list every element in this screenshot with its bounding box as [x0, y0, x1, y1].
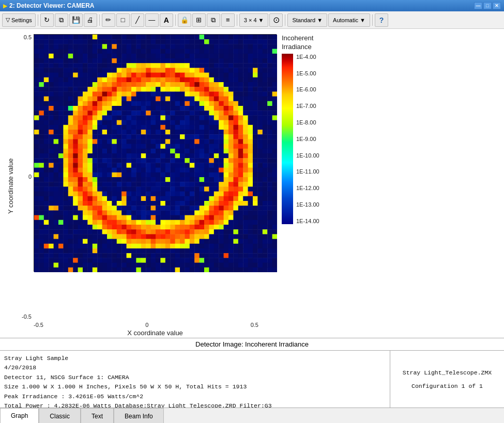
colorbar-label: 1E-4.00: [296, 54, 319, 60]
colorbar-labels: 1E-4.001E-5.001E-6.001E-7.001E-8.001E-9.…: [296, 54, 319, 224]
y-tick-labels: 0.5 0 -0.5: [16, 34, 34, 321]
x-tick-neg0.5: -0.5: [34, 322, 43, 328]
info-line: Size 1.000 W X 1.000 H Inches, Pixels 50…: [4, 382, 386, 391]
lock-button[interactable]: 🔒: [178, 13, 191, 27]
settings-button[interactable]: ▽ Settings: [2, 13, 36, 27]
text-tool-button[interactable]: A: [160, 13, 173, 27]
colorbar-title: Incoherent Irradiance: [282, 34, 313, 52]
colorbar-title-line1: Incoherent: [282, 34, 313, 42]
toolbar-separator-6: [372, 14, 373, 26]
toolbar-separator-1: [38, 14, 38, 26]
refresh-button[interactable]: ↻: [40, 13, 54, 27]
x-tick-labels: -0.5 0 0.5: [16, 321, 258, 328]
minimize-button[interactable]: —: [474, 2, 482, 9]
plot-top-row: 0.5 0 -0.5: [16, 34, 499, 321]
x-tick-0: 0: [145, 322, 148, 328]
colorbar-gradient: [282, 54, 293, 224]
colorbar-label: 1E-14.00: [296, 218, 319, 224]
heatmap: [34, 35, 277, 272]
plot-container: Y coordinate value 0.5 0 -0.5: [5, 34, 499, 338]
plot-section: Y coordinate value 0.5 0 -0.5: [0, 29, 504, 338]
window-controls: — □ ✕: [474, 2, 501, 9]
grid-label: 3 × 4 ▼: [244, 17, 264, 23]
colorbar-label: 1E-10.00: [296, 152, 319, 159]
line-button[interactable]: ╱: [131, 13, 144, 27]
window-title: 2: Detector Viewer: CAMERA: [9, 2, 94, 9]
info-right-line2: Configuration 1 of 1: [411, 383, 483, 389]
colorbar-label: 1E-11.00: [296, 168, 319, 175]
toolbar-separator-4: [237, 14, 237, 26]
colorbar-label: 1E-5.00: [296, 70, 319, 76]
tab-graph[interactable]: Graph: [0, 408, 39, 423]
tab-beam-info[interactable]: Beam Info: [114, 408, 164, 423]
print-button[interactable]: 🖨: [84, 13, 97, 27]
settings-icon: ▽: [6, 17, 10, 23]
colorbar-wrapper: 1E-4.001E-5.001E-6.001E-7.001E-8.001E-9.…: [282, 54, 319, 224]
y-tick-0: 0: [28, 174, 32, 180]
heatmap-canvas: [34, 34, 277, 272]
draw-button[interactable]: ✏: [102, 13, 115, 27]
copy-button[interactable]: ⧉: [55, 13, 68, 27]
info-left: Stray Light Sample4/20/2018Detector 11, …: [0, 351, 390, 408]
canvas-and-colorbar: Incoherent Irradiance 1E-4.001E-5.001E-6…: [34, 34, 499, 321]
standard-label: Standard ▼: [292, 17, 323, 23]
y-axis-label: Y coordinate value: [5, 34, 16, 338]
tab-text[interactable]: Text: [81, 408, 114, 423]
toolbar: ▽ Settings ↻ ⧉ 💾 🖨 ✏ □ ╱ — A 🔒 ⊞ ⧉ ≡ 3 ×…: [0, 11, 504, 29]
save-button[interactable]: 💾: [69, 13, 83, 27]
info-line: Detector 11, NSCG Surface 1: CAMERA: [4, 373, 386, 382]
colorbar-title-line2: Irradiance: [282, 43, 312, 51]
automatic-label: Automatic ▼: [333, 17, 365, 23]
dash-button[interactable]: —: [145, 13, 159, 27]
help-button[interactable]: ?: [375, 13, 388, 27]
automatic-selector[interactable]: Automatic ▼: [328, 13, 370, 27]
x-tick-0.5: 0.5: [251, 322, 258, 328]
close-button[interactable]: ✕: [493, 2, 501, 9]
x-axis-label: X coordinate value: [16, 328, 277, 338]
maximize-button[interactable]: □: [483, 2, 492, 9]
bottom-tabs: Graph Classic Text Beam Info: [0, 408, 504, 423]
copy-frame-button[interactable]: ⧉: [207, 13, 220, 27]
info-line: Stray Light Sample: [4, 354, 386, 363]
toolbar-separator-3: [175, 14, 176, 26]
rectangle-button[interactable]: □: [116, 13, 130, 27]
info-line: Peak Irradiance : 3.4261E-05 Watts/cm^2: [4, 392, 386, 401]
grid-selector[interactable]: 3 × 4 ▼: [239, 13, 269, 27]
y-tick-0.5: 0.5: [24, 34, 32, 40]
layers-button[interactable]: ≡: [221, 13, 235, 27]
tab-classic[interactable]: Classic: [39, 408, 81, 423]
tile-button[interactable]: ⊞: [192, 13, 206, 27]
colorbar-label: 1E-9.00: [296, 136, 319, 142]
info-panel: Detector Image: Incoherent Irradiance St…: [0, 338, 504, 408]
toolbar-separator-2: [99, 14, 100, 26]
colorbar-label: 1E-13.00: [296, 201, 319, 208]
colorbar-label: 1E-8.00: [296, 119, 319, 126]
spin-button[interactable]: ⊙: [269, 13, 283, 27]
standard-selector[interactable]: Standard ▼: [287, 13, 327, 27]
info-content: Stray Light Sample4/20/2018Detector 11, …: [0, 351, 504, 408]
colorbar-label: 1E-12.00: [296, 185, 319, 191]
colorbar-label: 1E-7.00: [296, 103, 319, 109]
app-icon: ▶: [3, 3, 7, 9]
settings-label: Settings: [11, 17, 32, 23]
main-area: Y coordinate value 0.5 0 -0.5: [0, 29, 504, 423]
colorbar-area: Incoherent Irradiance 1E-4.001E-5.001E-6…: [282, 34, 319, 321]
colorbar-label: 1E-6.00: [296, 86, 319, 92]
info-right-line1: Stray Light_Telescope.ZMX: [403, 369, 492, 376]
plot-with-axes: 0.5 0 -0.5: [16, 34, 499, 338]
info-title: Detector Image: Incoherent Irradiance: [0, 338, 504, 351]
title-bar: ▶ 2: Detector Viewer: CAMERA — □ ✕: [0, 0, 504, 11]
y-tick-neg0.5: -0.5: [22, 314, 32, 320]
info-right: Stray Light_Telescope.ZMX Configuration …: [390, 351, 504, 408]
toolbar-separator-5: [285, 14, 285, 26]
info-line: 4/20/2018: [4, 363, 386, 372]
